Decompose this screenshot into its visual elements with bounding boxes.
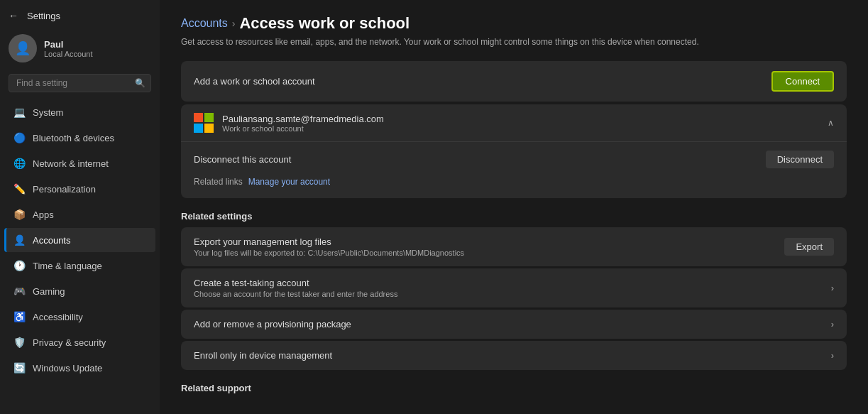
ms-logo-q1 <box>194 113 203 122</box>
settings-item-content: Create a test-taking account Choose an a… <box>194 278 397 298</box>
settings-item-provisioning[interactable]: Add or remove a provisioning package › <box>181 310 847 339</box>
page-subtitle: Get access to resources like email, apps… <box>181 37 847 47</box>
related-links-label: Related links <box>194 177 243 187</box>
user-name: Paul <box>44 39 93 50</box>
nav-accounts[interactable]: 👤 Accounts <box>0 227 160 253</box>
sidebar-item-label: Apps <box>33 209 54 220</box>
search-input[interactable] <box>9 74 151 92</box>
settings-item-content: Add or remove a provisioning package <box>194 319 351 329</box>
settings-item-export-logs[interactable]: Export your management log files Your lo… <box>181 227 847 266</box>
microsoft-logo <box>194 113 214 133</box>
related-links-row: Related links Manage your account <box>194 177 834 187</box>
sidebar-item-label: Time & language <box>33 261 102 271</box>
settings-item-sub: Your log files will be exported to: C:\U… <box>194 249 464 257</box>
personalization-icon: ✏️ <box>13 183 26 195</box>
sidebar-item-label: Accessibility <box>33 312 83 322</box>
settings-item-right: Export <box>784 238 834 256</box>
privacy-icon: 🛡️ <box>13 336 26 349</box>
settings-item-content: Enroll only in device management <box>194 350 332 361</box>
accessibility-icon: ♿ <box>13 310 26 323</box>
nav-system[interactable]: 💻 System <box>0 99 160 125</box>
search-icon: 🔍 <box>135 78 145 88</box>
settings-item-right: › <box>831 319 834 329</box>
connect-button[interactable]: Connect <box>771 71 834 92</box>
sidebar-item-bluetooth[interactable]: 🔵 Bluetooth & devices <box>4 126 155 150</box>
export-button[interactable]: Export <box>784 238 834 256</box>
gaming-icon: 🎮 <box>13 285 26 298</box>
sidebar-item-label: Personalization <box>33 184 96 195</box>
settings-item-right: › <box>831 283 834 293</box>
ms-logo-q3 <box>194 124 203 133</box>
settings-item-right: › <box>831 350 834 361</box>
account-type: Work or school account <box>222 124 384 133</box>
chevron-right-icon: › <box>831 319 834 329</box>
disconnect-row: Disconnect this account Disconnect <box>194 151 834 168</box>
sidebar-item-windows-update[interactable]: 🔄 Windows Update <box>4 356 155 380</box>
manage-account-link[interactable]: Manage your account <box>248 177 330 187</box>
account-header-left: Pauliansang.samte@framedmedia.com Work o… <box>194 113 384 133</box>
apps-icon: 📦 <box>13 208 26 221</box>
settings-item-title: Export your management log files <box>194 236 464 247</box>
settings-item-content: Export your management log files Your lo… <box>194 236 464 257</box>
avatar: 👤 <box>9 34 37 62</box>
nav-gaming[interactable]: 🎮 Gaming <box>0 278 160 304</box>
add-account-label: Add a work or school account <box>194 76 315 87</box>
search-box[interactable]: 🔍 <box>9 74 151 92</box>
chevron-up-icon: ∧ <box>828 118 834 128</box>
sidebar-item-label: Gaming <box>33 286 65 297</box>
add-account-row: Add a work or school account Connect <box>181 61 847 102</box>
sidebar-item-network[interactable]: 🌐 Network & internet <box>4 151 155 175</box>
sidebar-title: Settings <box>27 11 60 21</box>
sidebar-item-accounts[interactable]: 👤 Accounts <box>4 228 155 252</box>
settings-item-title: Create a test-taking account <box>194 278 397 288</box>
windows-update-icon: 🔄 <box>13 361 26 374</box>
nav-bluetooth[interactable]: 🔵 Bluetooth & devices <box>0 125 160 151</box>
nav-personalization[interactable]: ✏️ Personalization <box>0 176 160 202</box>
sidebar-item-privacy[interactable]: 🛡️ Privacy & security <box>4 330 155 354</box>
sidebar-item-system[interactable]: 💻 System <box>4 100 155 124</box>
sidebar-item-label: Privacy & security <box>33 337 106 348</box>
user-section: 👤 Paul Local Account <box>0 28 160 74</box>
sidebar-item-apps[interactable]: 📦 Apps <box>4 202 155 227</box>
settings-item-test-account[interactable]: Create a test-taking account Choose an a… <box>181 268 847 307</box>
chevron-right-icon: › <box>831 283 834 293</box>
bluetooth-icon: 🔵 <box>13 131 26 144</box>
sidebar: ← Settings 👤 Paul Local Account 🔍 💻 Syst… <box>0 0 160 414</box>
account-details: Pauliansang.samte@framedmedia.com Work o… <box>222 114 384 133</box>
sidebar-item-personalization[interactable]: ✏️ Personalization <box>4 177 155 201</box>
account-email: Pauliansang.samte@framedmedia.com <box>222 114 384 124</box>
sidebar-item-label: Accounts <box>33 235 70 246</box>
sidebar-item-label: Windows Update <box>33 363 102 374</box>
settings-item-device-management[interactable]: Enroll only in device management › <box>181 341 847 370</box>
nav-time[interactable]: 🕐 Time & language <box>0 253 160 278</box>
settings-item-title: Add or remove a provisioning package <box>194 319 351 329</box>
user-subtitle: Local Account <box>44 50 93 58</box>
breadcrumb-accounts[interactable]: Accounts <box>181 17 228 30</box>
sidebar-item-gaming[interactable]: 🎮 Gaming <box>4 279 155 303</box>
user-info: Paul Local Account <box>44 39 93 58</box>
sidebar-item-accessibility[interactable]: ♿ Accessibility <box>4 305 155 329</box>
nav-windows-update[interactable]: 🔄 Windows Update <box>0 355 160 381</box>
settings-item-sub: Choose an account for the test taker and… <box>194 290 397 298</box>
sidebar-item-time[interactable]: 🕐 Time & language <box>4 254 155 278</box>
nav-network[interactable]: 🌐 Network & internet <box>0 151 160 176</box>
account-header[interactable]: Pauliansang.samte@framedmedia.com Work o… <box>181 104 847 141</box>
sidebar-item-label: Network & internet <box>33 158 109 169</box>
sidebar-item-label: System <box>33 107 63 118</box>
account-card: Pauliansang.samte@framedmedia.com Work o… <box>181 104 847 198</box>
nav-apps[interactable]: 📦 Apps <box>0 202 160 227</box>
accounts-icon: 👤 <box>13 234 26 246</box>
settings-item-title: Enroll only in device management <box>194 350 332 361</box>
chevron-right-icon: › <box>831 350 834 361</box>
breadcrumb-arrow: › <box>232 18 236 29</box>
time-icon: 🕐 <box>13 259 26 272</box>
ms-logo-q4 <box>204 124 214 133</box>
nav-accessibility[interactable]: ♿ Accessibility <box>0 304 160 329</box>
system-icon: 💻 <box>13 106 26 119</box>
back-button[interactable]: ← <box>9 10 18 21</box>
sidebar-header: ← Settings <box>0 0 160 28</box>
disconnect-button[interactable]: Disconnect <box>766 151 834 168</box>
account-body: Disconnect this account Disconnect Relat… <box>181 141 847 198</box>
nav-privacy[interactable]: 🛡️ Privacy & security <box>0 329 160 355</box>
disconnect-label: Disconnect this account <box>194 154 291 165</box>
